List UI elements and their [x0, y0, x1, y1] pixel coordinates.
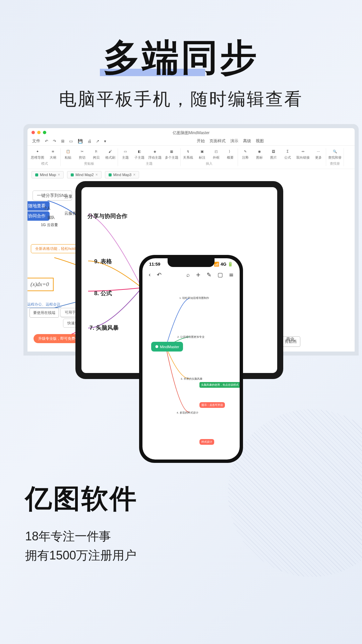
tab-doc2[interactable]: Mind Map2×: [67, 171, 101, 178]
slogan: 18年专注一件事 拥有1500万注册用户: [25, 527, 138, 565]
branch-label[interactable]: 8. 公式: [94, 289, 112, 297]
btn-paste[interactable]: 📋粘贴: [63, 148, 73, 160]
tab-doc1[interactable]: Mind Map×: [32, 171, 64, 178]
menu-icon[interactable]: ≡: [229, 271, 234, 278]
undo-icon[interactable]: ↶: [157, 271, 162, 278]
undo-icon[interactable]: ↶: [45, 139, 48, 144]
mobile-center-node[interactable]: ⬢MindMaster: [151, 342, 183, 352]
btn-formula[interactable]: Σ公式: [282, 148, 293, 160]
status-time: 11:59: [149, 262, 160, 267]
ribbon-toolbar: ✦思维导图 ≡大纲 模式 📋粘贴 ✂剪切 ⎘拷贝 🖌格式刷 剪贴板 ▭主题 ◧子…: [27, 145, 355, 169]
branch-label[interactable]: 分享与协同合作: [87, 212, 127, 220]
logo-icon: ⬢: [155, 344, 159, 349]
close-icon[interactable]: [32, 131, 35, 134]
back-icon[interactable]: ‹: [148, 271, 151, 278]
btn-format[interactable]: 🖌格式刷: [105, 148, 116, 160]
window-title: 亿图脑图MindMaster: [173, 130, 210, 136]
mobile-node[interactable]: 3. 丰富的头脑风暴: [181, 377, 202, 381]
maximize-icon[interactable]: [43, 131, 46, 134]
hero-section: 多端同步 电脑平板手机，随时编辑查看: [0, 0, 362, 111]
mobile-canvas[interactable]: ⬢MindMaster 1. 轻松开始思维导图制作 2. 让思维导图更加专业 3…: [142, 281, 240, 452]
mobile-node[interactable]: 2. 让思维导图更加专业: [177, 335, 204, 339]
mobile-toolbar: ‹ ↶ ⌕ + ✎ ▢ ≡: [142, 267, 240, 281]
node[interactable]: 要使用在线端: [29, 308, 59, 318]
add-icon[interactable]: +: [196, 271, 200, 278]
mobile-node[interactable]: 4. 多彩的样式设计: [177, 411, 198, 415]
chevron-down-icon[interactable]: ▾: [104, 139, 106, 144]
menu-advanced[interactable]: 高级: [243, 138, 251, 144]
mobile-sub[interactable]: 头脑风暴的使用，先点击该模式: [199, 382, 240, 388]
btn-cut[interactable]: ✂剪切: [77, 148, 87, 160]
subheadline: 电脑平板手机，随时编辑查看: [0, 88, 362, 111]
btn-subtopic[interactable]: ◧子主题: [134, 148, 145, 160]
node[interactable]: 商业,: [282, 335, 299, 344]
branch-label[interactable]: 7. 头脑风暴: [89, 324, 119, 332]
search-icon[interactable]: ⌕: [186, 271, 190, 278]
open-icon[interactable]: ▭: [69, 139, 73, 144]
phone-frame: 11:59 📶 4G 🔋 ‹ ↶ ⌕ + ✎ ▢ ≡ ⬢Mind: [139, 255, 243, 463]
document-tabs: Mind Map× Mind Map2× Mind Map3×: [27, 169, 355, 180]
btn-outline[interactable]: ≡大纲: [48, 148, 58, 160]
brush-icon[interactable]: ✎: [206, 271, 211, 278]
headline: 多端同步: [103, 37, 259, 77]
btn-callout[interactable]: ▣标注: [197, 148, 207, 160]
brand-name: 亿图软件: [25, 481, 138, 517]
menu-file[interactable]: 文件: [32, 138, 40, 144]
node[interactable]: 远程办公、远程会议: [27, 301, 62, 308]
menu-present[interactable]: 演示: [230, 138, 238, 144]
btn-copy[interactable]: ⎘拷贝: [91, 148, 102, 160]
save-icon[interactable]: 💾: [78, 139, 83, 144]
btn-find[interactable]: 🔍查找和替: [328, 148, 342, 160]
btn-float[interactable]: ◈浮动主题: [148, 148, 162, 160]
close-icon[interactable]: ×: [96, 172, 98, 177]
btn-topic[interactable]: ▭主题: [120, 148, 131, 160]
minimize-icon[interactable]: [37, 131, 41, 134]
mobile-bubble[interactable]: 提示：点击可开启: [199, 402, 225, 408]
save-icon[interactable]: ▢: [218, 271, 223, 278]
phone-notch: [168, 258, 215, 267]
close-icon[interactable]: ×: [58, 172, 60, 177]
node[interactable]: 分享: [60, 192, 76, 201]
btn-note[interactable]: ✎注释: [240, 148, 251, 160]
btn-image[interactable]: 🖼图片: [268, 148, 279, 160]
btn-icon[interactable]: ◉图标: [254, 148, 265, 160]
print-icon[interactable]: 🖨: [87, 139, 92, 144]
export-icon[interactable]: ↗: [96, 139, 100, 144]
menubar: 文件 ↶ ↷ ⊞ ▭ 💾 🖨 ↗ ▾ 开始 页面样式 演示 高级 视图: [27, 137, 355, 145]
mobile-bubble[interactable]: 样式设计: [199, 439, 214, 445]
mobile-node[interactable]: 1. 轻松开始思维导图制作: [179, 296, 209, 300]
btn-mindmap[interactable]: ✦思维导图: [31, 148, 44, 160]
btn-relation[interactable]: ↯关系线: [183, 148, 193, 160]
branch-label[interactable]: 9. 表格: [94, 258, 112, 265]
btn-link[interactable]: ↔双向链接: [296, 148, 310, 160]
status-network: 📶 4G 🔋: [214, 262, 233, 267]
btn-boundary[interactable]: ◰外框: [211, 148, 222, 160]
btn-more[interactable]: ⋯更多: [313, 148, 324, 160]
btn-multi[interactable]: ▦多个主题: [165, 148, 178, 160]
footer-section: 亿图软件 18年专注一件事 拥有1500万注册用户: [25, 481, 138, 565]
redo-icon[interactable]: ↷: [53, 139, 56, 144]
menu-view[interactable]: 视图: [256, 138, 264, 144]
formula-node[interactable]: (x)dx=0: [27, 278, 54, 291]
mobile-app: 11:59 📶 4G 🔋 ‹ ↶ ⌕ + ✎ ▢ ≡ ⬢Mind: [142, 258, 240, 460]
tab-doc3[interactable]: Mind Map3×: [105, 171, 139, 178]
node[interactable]: 1G 云容量: [37, 221, 62, 229]
close-icon[interactable]: ×: [133, 172, 135, 177]
menu-start[interactable]: 开始: [197, 138, 205, 144]
menu-pagestyle[interactable]: 页面样式: [209, 138, 226, 144]
new-icon[interactable]: ⊞: [61, 139, 64, 144]
btn-summary[interactable]: ｝概要: [225, 148, 236, 160]
